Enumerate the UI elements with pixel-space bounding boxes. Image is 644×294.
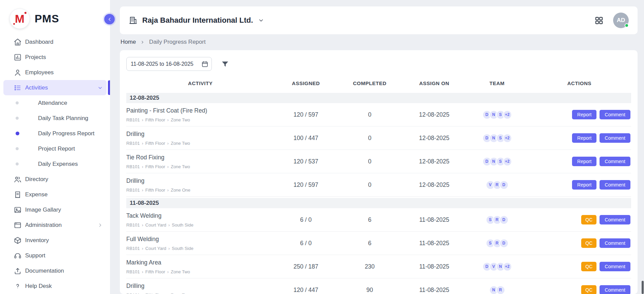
team-avatar: D (499, 180, 509, 190)
actions-cell: ReportComment (528, 157, 631, 166)
sidebar-subitem-attendance[interactable]: Attendance (0, 95, 110, 111)
qc-button[interactable]: QC (581, 238, 596, 248)
activity-cell: DrillingRB101›Fifth Floor›Zone Two (126, 131, 274, 146)
filter-row (126, 57, 631, 71)
sidebar-item-support[interactable]: Support (0, 248, 110, 263)
sidebar-item-label: Dashboard (25, 39, 53, 45)
sidebar-item-label: Support (25, 252, 45, 259)
table-row: Tie Rod FixingRB101›Fifth Floor›Zone Two… (126, 150, 631, 173)
completed-cell: 0 (337, 111, 402, 118)
company-selector[interactable]: Raja Bahadur International Ltd. (129, 16, 264, 25)
report-button[interactable]: Report (572, 110, 596, 119)
sidebar-item-help-desk[interactable]: Help Desk (0, 278, 110, 294)
sidebar-subitem-daily-task-planning[interactable]: Daily Task Planning (0, 111, 110, 126)
sidebar-item-projects[interactable]: Projects (0, 50, 110, 65)
chevron-right-icon: › (142, 188, 143, 192)
report-button[interactable]: Report (572, 133, 596, 143)
path-segment: Court Yard (145, 222, 166, 228)
sidebar-item-label: Administration (25, 222, 62, 229)
chevron-right-icon: › (142, 246, 143, 251)
comment-button[interactable]: Comment (600, 215, 630, 224)
assigned-cell: 100 / 447 (274, 135, 337, 142)
qc-button[interactable]: QC (581, 215, 596, 224)
team-avatar: +2 (503, 110, 512, 119)
chevron-right-icon: › (168, 246, 170, 251)
chevron-right-icon: › (167, 141, 169, 145)
filter-button[interactable] (221, 60, 229, 68)
assign-on-cell: 11-08-2025 (402, 240, 466, 247)
path-segment: Zone Two (171, 164, 190, 169)
activity-cell: DrillingRB101›Fifth Floor›Zone Two (126, 282, 274, 294)
comment-button[interactable]: Comment (600, 157, 630, 166)
path-segment: Zone One (171, 188, 190, 193)
path-segment: RB101 (126, 293, 140, 294)
path-segment: RB101 (126, 141, 140, 146)
employees-icon (14, 68, 22, 77)
report-button[interactable]: Report (572, 157, 596, 166)
comment-button[interactable]: Comment (600, 262, 630, 271)
scrollbar-thumb[interactable] (642, 281, 644, 294)
sidebar-item-label: Activities (25, 84, 48, 91)
actions-cell: ReportComment (528, 133, 631, 143)
grid-icon (594, 16, 604, 25)
sidebar-item-expense[interactable]: Expense (0, 187, 110, 202)
sidebar-item-employees[interactable]: Employees (0, 65, 110, 80)
sidebar-subitem-project-report[interactable]: Project Report (0, 141, 110, 156)
sidebar-subitem-daily-expenses[interactable]: Daily Expenses (0, 156, 110, 172)
assigned-cell: 120 / 537 (274, 158, 337, 165)
chevron-right-icon: › (142, 164, 143, 169)
qc-button[interactable]: QC (581, 285, 596, 294)
actions-cell: QCComment (528, 238, 631, 248)
comment-button[interactable]: Comment (600, 285, 630, 294)
sidebar-collapse-button[interactable] (104, 14, 115, 24)
building-icon (129, 16, 137, 25)
date-group-header: 12-08-2025 (126, 93, 631, 103)
sidebar-item-directory[interactable]: Directory (0, 172, 110, 187)
path-segment: RB101 (126, 269, 140, 274)
chevron-right-icon (140, 40, 145, 45)
team-cell: NR (466, 286, 528, 294)
chevron-right-icon: › (167, 270, 169, 274)
breadcrumb-home[interactable]: Home (121, 39, 136, 45)
chevron-right-icon: › (142, 293, 143, 294)
assign-on-cell: 11-08-2025 (402, 263, 466, 270)
activity-path: RB101›Fifth Floor›Zone Two (126, 293, 270, 294)
app-root: M PMS DashboardProjectsEmployeesActiviti… (0, 0, 644, 294)
vertical-scrollbar[interactable] (641, 0, 644, 294)
comment-button[interactable]: Comment (600, 180, 630, 190)
apps-grid-button[interactable] (594, 16, 604, 25)
table-row: Marking AreaRB101›Fifth Floor›Zone Two25… (126, 255, 631, 278)
column-header: ACTIVITY (126, 80, 274, 86)
sidebar-item-inventory[interactable]: Inventory (0, 233, 110, 248)
topbar: Raja Bahadur International Ltd. AD (120, 6, 638, 34)
comment-button[interactable]: Comment (600, 110, 630, 119)
actions-cell: QCComment (528, 285, 631, 294)
path-segment: Court Yard (145, 246, 166, 251)
path-segment: Zone Two (171, 269, 190, 274)
sidebar-subitem-label: Daily Expenses (38, 161, 78, 168)
sidebar-subitem-daily-progress-report[interactable]: Daily Progress Report (0, 126, 110, 141)
activity-title: Drilling (126, 177, 270, 184)
comment-button[interactable]: Comment (600, 133, 630, 143)
report-button[interactable]: Report (572, 180, 596, 190)
assign-on-cell: 12-08-2025 (402, 135, 466, 142)
sidebar-item-administration[interactable]: Administration (0, 217, 110, 233)
breadcrumb-current: Daily Progress Report (149, 39, 205, 45)
qc-button[interactable]: QC (581, 262, 596, 271)
sidebar-item-activities[interactable]: Activities (3, 80, 107, 95)
sidebar-item-image-gallary[interactable]: Image Gallary (0, 202, 110, 217)
sidebar-item-dashboard[interactable]: Dashboard (0, 34, 110, 50)
sidebar-subitem-label: Project Report (38, 145, 75, 152)
completed-cell: 230 (337, 263, 402, 270)
app-name: PMS (35, 13, 59, 25)
comment-button[interactable]: Comment (600, 238, 630, 248)
completed-cell: 0 (337, 158, 402, 165)
user-avatar[interactable]: AD (613, 13, 629, 28)
sidebar-item-documentation[interactable]: Documentation (0, 263, 110, 278)
path-segment: Zone Two (171, 117, 190, 122)
online-status-dot (625, 23, 629, 27)
date-range-input[interactable] (126, 57, 212, 71)
administration-icon (14, 221, 22, 229)
activity-cell: Tack WeldingRB101›Court Yard›South Side (126, 212, 274, 228)
logo-letter: M (15, 13, 24, 24)
